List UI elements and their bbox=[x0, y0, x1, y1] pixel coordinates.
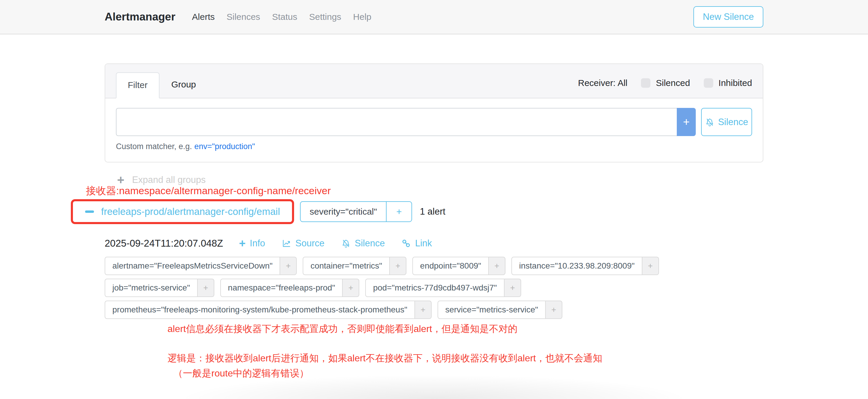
annotation-receiver-note: 接收器:namespace/altermanager-config-name/r… bbox=[86, 184, 331, 198]
alert-action-info[interactable]: + Info bbox=[239, 238, 265, 249]
group-matcher-chip: severity="critical" + bbox=[300, 201, 412, 222]
alerts-page: Filter Group Receiver: All Silenced Inhi… bbox=[105, 34, 763, 380]
link-icon bbox=[401, 239, 411, 248]
main-nav: Alerts Silences Status Settings Help bbox=[192, 12, 371, 22]
label-chip: prometheus="freeleaps-monitoring-system/… bbox=[105, 301, 432, 319]
plus-icon: + bbox=[239, 238, 245, 249]
nav-item-status[interactable]: Status bbox=[272, 12, 297, 22]
label-chip-text[interactable]: service="metrics-service" bbox=[438, 301, 546, 319]
matcher-example-link[interactable]: env="production" bbox=[194, 142, 255, 151]
alert-action-silence[interactable]: Silence bbox=[341, 238, 385, 249]
label-add-button[interactable]: + bbox=[504, 279, 521, 297]
chart-line-icon bbox=[282, 239, 291, 248]
filter-card: Filter Group Receiver: All Silenced Inhi… bbox=[105, 63, 763, 162]
filter-tabs: Filter Group bbox=[116, 72, 208, 98]
label-add-button[interactable]: + bbox=[390, 257, 406, 275]
silence-filter-label: Silence bbox=[718, 117, 748, 127]
silenced-checkbox[interactable] bbox=[641, 78, 650, 88]
receiver-group-toggle[interactable]: freeleaps-prod/alertmanager-config/email bbox=[74, 202, 291, 221]
receiver-dropdown[interactable]: Receiver: All bbox=[578, 78, 627, 88]
alert-count: 1 alert bbox=[420, 206, 445, 217]
matcher-input[interactable] bbox=[116, 108, 677, 136]
label-chip: pod="metrics-77d9cdb497-wdsj7" + bbox=[365, 279, 521, 297]
receiver-group-row: freeleaps-prod/alertmanager-config/email… bbox=[105, 199, 763, 224]
annotation-logic-note-line1: 逻辑是：接收器收到alert后进行通知，如果alert不在接收器下，说明接收器没… bbox=[167, 352, 763, 365]
label-chip-text[interactable]: instance="10.233.98.209:8009" bbox=[512, 257, 642, 275]
label-chip-text[interactable]: endpoint="8009" bbox=[412, 257, 489, 275]
add-matcher-button[interactable]: + bbox=[677, 108, 696, 136]
filter-card-header: Filter Group Receiver: All Silenced Inhi… bbox=[105, 64, 763, 98]
expand-all-groups-label: Expand all groups bbox=[132, 175, 206, 185]
annotation-alert-note: alert信息必须在接收器下才表示配置成功，否则即使能看到alert，但是通知是… bbox=[167, 323, 763, 335]
group-matcher-label[interactable]: severity="critical" bbox=[301, 202, 386, 221]
label-chip: alertname="FreeleapsMetricsServiceDown" … bbox=[105, 257, 297, 275]
silenced-checkbox-label[interactable]: Silenced bbox=[656, 78, 690, 88]
label-add-button[interactable]: + bbox=[198, 279, 214, 297]
label-chip: namespace="freeleaps-prod" + bbox=[220, 279, 360, 297]
alert-action-info-label: Info bbox=[250, 238, 265, 249]
label-add-button[interactable]: + bbox=[343, 279, 359, 297]
inhibited-checkbox-label[interactable]: Inhibited bbox=[719, 78, 752, 88]
minus-icon bbox=[85, 211, 94, 213]
label-add-button[interactable]: + bbox=[546, 301, 562, 319]
app-brand[interactable]: Alertmanager bbox=[105, 11, 176, 23]
alert-action-silence-label: Silence bbox=[355, 238, 385, 249]
label-chip-text[interactable]: alertname="FreeleapsMetricsServiceDown" bbox=[105, 257, 280, 275]
new-silence-button[interactable]: New Silence bbox=[693, 6, 763, 28]
label-chip-text[interactable]: namespace="freeleaps-prod" bbox=[220, 279, 343, 297]
label-chip: container="metrics" + bbox=[303, 257, 406, 275]
nav-item-settings[interactable]: Settings bbox=[309, 12, 341, 22]
alert-action-link-label: Link bbox=[415, 238, 432, 249]
label-add-button[interactable]: + bbox=[280, 257, 297, 275]
tab-filter[interactable]: Filter bbox=[116, 72, 159, 98]
receiver-group-name: freeleaps-prod/alertmanager-config/email bbox=[101, 206, 280, 217]
nav-item-help[interactable]: Help bbox=[353, 12, 371, 22]
label-chip: endpoint="8009" + bbox=[412, 257, 505, 275]
alert-action-source[interactable]: Source bbox=[282, 238, 324, 249]
alert-header: 2025-09-24T11:20:07.048Z + Info Source S… bbox=[105, 238, 763, 249]
label-chip: instance="10.233.98.209:8009" + bbox=[512, 257, 659, 275]
filter-card-body: + Silence Custom matcher, e.g.env="produ… bbox=[105, 98, 763, 162]
bell-slash-icon bbox=[341, 239, 351, 248]
label-add-button[interactable]: + bbox=[415, 301, 432, 319]
annotation-logic-note-line2: （一般是route中的逻辑有错误） bbox=[174, 367, 763, 380]
nav-item-silences[interactable]: Silences bbox=[226, 12, 260, 22]
silence-filter-button[interactable]: Silence bbox=[701, 108, 752, 136]
alert-timestamp: 2025-09-24T11:20:07.048Z bbox=[105, 238, 223, 249]
label-chip: job="metrics-service" + bbox=[105, 279, 214, 297]
tab-group[interactable]: Group bbox=[159, 72, 208, 98]
matcher-hint: Custom matcher, e.g.env="production" bbox=[116, 142, 752, 151]
matcher-hint-text: Custom matcher, e.g. bbox=[116, 142, 192, 151]
filter-header-controls: Receiver: All Silenced Inhibited bbox=[578, 78, 752, 92]
alert-action-source-label: Source bbox=[295, 238, 324, 249]
label-add-button[interactable]: + bbox=[642, 257, 659, 275]
label-chip: service="metrics-service" + bbox=[438, 301, 562, 319]
label-chip-text[interactable]: container="metrics" bbox=[303, 257, 390, 275]
annotation-highlight-box: freeleaps-prod/alertmanager-config/email bbox=[71, 199, 294, 224]
label-add-button[interactable]: + bbox=[489, 257, 505, 275]
label-chip-text[interactable]: job="metrics-service" bbox=[105, 279, 198, 297]
nav-item-alerts[interactable]: Alerts bbox=[192, 12, 215, 22]
group-matcher-add-button[interactable]: + bbox=[386, 202, 411, 221]
navbar: Alertmanager Alerts Silences Status Sett… bbox=[0, 0, 868, 34]
label-chip-text[interactable]: prometheus="freeleaps-monitoring-system/… bbox=[105, 301, 415, 319]
label-chip-text[interactable]: pod="metrics-77d9cdb497-wdsj7" bbox=[365, 279, 504, 297]
alert-labels: alertname="FreeleapsMetricsServiceDown" … bbox=[105, 257, 668, 319]
alert-action-link[interactable]: Link bbox=[401, 238, 432, 249]
bell-slash-icon bbox=[705, 117, 714, 127]
inhibited-checkbox[interactable] bbox=[704, 78, 713, 88]
